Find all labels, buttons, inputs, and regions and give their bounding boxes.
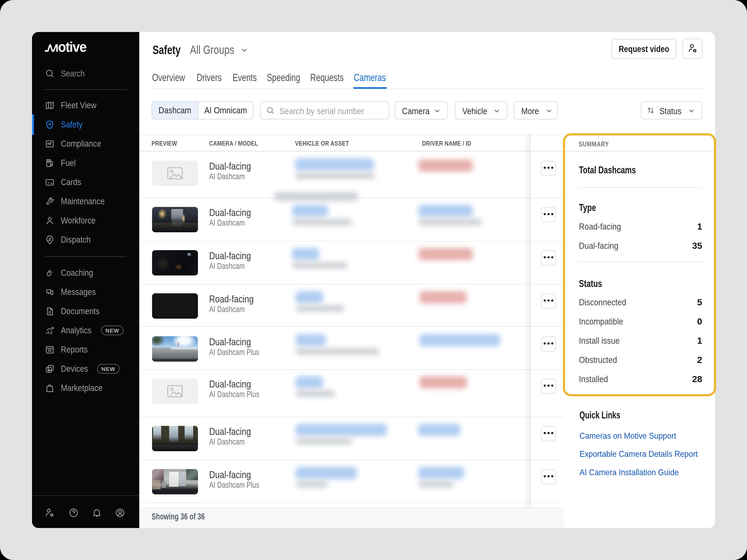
svg-text:otive: otive	[58, 42, 86, 52]
